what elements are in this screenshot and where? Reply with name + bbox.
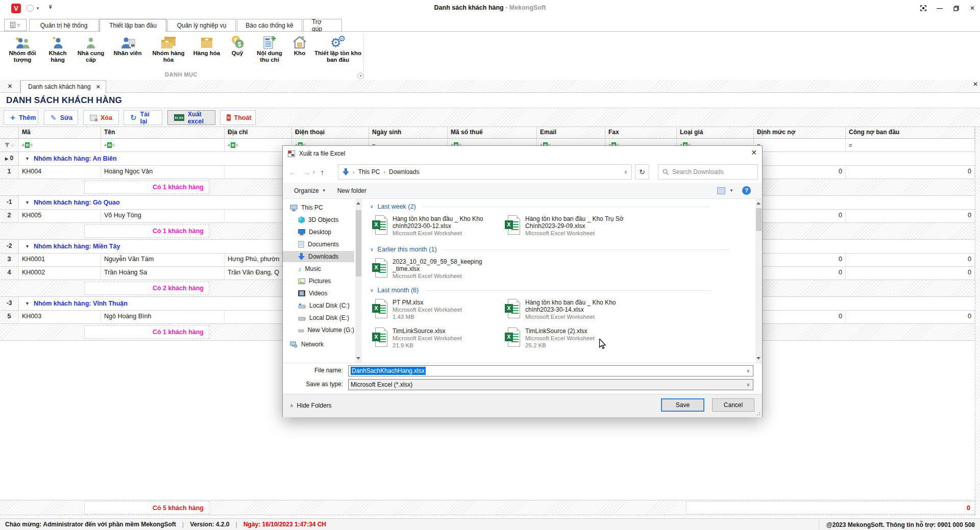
header-dinh-muc-no[interactable]: Định mức nợ [754, 127, 846, 139]
sidebar-item-documents[interactable]: Documents [283, 239, 354, 250]
file-item[interactable]: X Hàng tồn kho ban đầu _ Kho Kho chính20… [372, 215, 501, 237]
file-group-last-week[interactable]: ∨ Last week (2) [370, 203, 709, 210]
search-input[interactable] [672, 168, 744, 175]
sidebar-item-disk-c[interactable]: Local Disk (C:) [283, 300, 354, 311]
address-caret-icon[interactable]: ∨ [624, 169, 627, 174]
scrollbar-thumb[interactable] [756, 208, 762, 231]
file-item[interactable]: X TimLinkSource (2).xlsx Microsoft Excel… [505, 327, 633, 349]
them-button[interactable]: + Thêm [4, 110, 38, 125]
sua-button[interactable]: ✎ Sửa [44, 110, 78, 125]
sidebar-item-desktop[interactable]: Desktop [283, 226, 354, 238]
header-ma-so-thue[interactable]: Mã số thuế [448, 127, 537, 139]
file-item[interactable]: X TimLinkSource.xlsx Microsoft Excel Wor… [372, 327, 501, 349]
search-box[interactable] [658, 164, 758, 180]
breadcrumb-this-pc[interactable]: This PC [358, 168, 380, 175]
address-breadcrumb[interactable]: › This PC › Downloads ∨ [338, 164, 632, 180]
up-icon[interactable]: ↑ [321, 168, 325, 176]
filter-ma[interactable]: ABC [19, 139, 101, 152]
file-item[interactable]: X Hàng tồn kho ban đầu _ Kho Trụ Sở Chín… [505, 215, 633, 237]
scroll-up-icon[interactable] [356, 202, 360, 205]
ribbon-item-nha-cung-cap[interactable]: Nhà cung cấp [74, 33, 108, 69]
xoa-button[interactable]: Xóa [83, 110, 119, 125]
forward-icon[interactable]: → [303, 168, 310, 176]
save-as-type-select[interactable]: Microsoft Excel (*.xlsx) ∨ [348, 379, 753, 390]
filter-indicator-cell[interactable]: -: [0, 139, 19, 152]
file-group-last-month[interactable]: ∨ Last month (6) [370, 287, 712, 294]
header-ma[interactable]: Mã [19, 127, 101, 139]
sidebar-item-pictures[interactable]: Pictures [283, 275, 354, 287]
breadcrumb-downloads[interactable]: Downloads [389, 168, 419, 175]
file-list-scrollbar[interactable] [755, 199, 762, 363]
dialog-close-icon[interactable]: ✕ [751, 148, 757, 157]
tai-lai-button[interactable]: ↻ Tải lại [124, 110, 162, 125]
tabstrip-close-icon[interactable]: ✕ [0, 80, 20, 92]
filter-ten[interactable]: ABC [101, 139, 225, 152]
scrollbar-thumb[interactable] [356, 210, 361, 276]
tab-bao-cao-thong-ke[interactable]: Báo cáo thống kê [237, 19, 302, 32]
sidebar-item-volume-g[interactable]: New Volume (G:) [283, 324, 354, 336]
xuat-excel-button[interactable]: XLSX Xuất excel [167, 110, 215, 125]
combo-caret-icon[interactable]: ∨ [746, 382, 750, 387]
view-caret-icon[interactable]: ▼ [729, 188, 733, 193]
sidebar-item-downloads[interactable]: Downloads [283, 251, 354, 262]
ribbon-item-nhan-vien[interactable]: Nhân viên [108, 33, 147, 69]
restore-button[interactable] [951, 4, 961, 13]
tabstrip-right-close-icon[interactable]: ✕ [973, 81, 978, 88]
ribbon-item-noi-dung-thu-chi[interactable]: Nội dung thu chi [251, 33, 288, 69]
sidebar-item-disk-e[interactable]: Local Disk (E:) [283, 312, 354, 323]
scroll-up-icon[interactable] [756, 202, 761, 205]
resize-grip[interactable] [756, 412, 761, 416]
header-loai-gia[interactable]: Loại giá [677, 127, 754, 139]
organize-button[interactable]: Organize▼ [294, 187, 326, 194]
ribbon-menu-button[interactable]: ▽ [4, 19, 27, 31]
new-folder-button[interactable]: New folder [337, 187, 366, 194]
thoat-button[interactable]: ✕ Thoát [220, 110, 256, 125]
file-item[interactable]: X 2023_10_02_09_59_58_keeping_time.xlsx … [372, 258, 501, 280]
cancel-button[interactable]: Cancel [712, 398, 754, 412]
header-dia-chi[interactable]: Địa chỉ [225, 127, 292, 139]
tab-tro-giup[interactable]: Trợ gúp [303, 19, 342, 32]
tab-quan-ly-nghiep-vu[interactable]: Quản lý nghiệp vụ [167, 19, 236, 32]
ribbon-item-nhom-hang-hoa[interactable]: Nhóm hàng hóa [147, 33, 190, 69]
close-button[interactable]: ✕ [968, 4, 977, 13]
hide-folders-button[interactable]: ∧ Hide Folders [290, 402, 332, 409]
filter-dinh-muc-no[interactable]: = [754, 139, 846, 152]
minimize-button[interactable]: — [935, 4, 944, 13]
filter-cong-no[interactable]: = [846, 139, 975, 152]
ribbon-item-kho[interactable]: Kho [288, 33, 311, 69]
header-fax[interactable]: Fax [605, 127, 677, 139]
history-caret-icon[interactable]: ∨ [312, 170, 315, 174]
view-mode-icon[interactable] [717, 187, 725, 194]
tab-thiet-lap-ban-dau[interactable]: Thiết lập ban đầu [100, 19, 166, 32]
ribbon-item-khach-hang[interactable]: Khách hàng [42, 33, 74, 69]
ribbon-item-quy[interactable]: €$ Quỹ [224, 33, 251, 69]
sidebar-scrollbar[interactable] [355, 199, 362, 363]
header-ngay-sinh[interactable]: Ngày sinh [369, 127, 448, 139]
file-name-input[interactable]: DanhSachKhachHang.xlsx ∨ [348, 365, 753, 376]
file-item[interactable]: X PT PM.xlsx Microsoft Excel Worksheet 1… [372, 299, 501, 320]
tab-quan-tri-he-thong[interactable]: Quản trị hệ thống [29, 19, 99, 32]
document-tab-close-icon[interactable]: ✕ [96, 84, 101, 90]
save-button[interactable]: Save [661, 398, 704, 412]
scroll-down-icon[interactable] [756, 357, 761, 360]
help-icon[interactable]: ? [742, 186, 751, 195]
header-ten[interactable]: Tên [101, 127, 225, 139]
file-group-earlier-this-month[interactable]: ∨ Earlier this month (1) [370, 246, 730, 253]
back-icon[interactable]: ← [289, 168, 297, 176]
dialog-titlebar[interactable]: Xuất ra file Excel ✕ [283, 146, 762, 161]
ribbon-item-thiet-lap-ton-kho[interactable]: ⚙⚙ Thiết lập tồn kho ban đầu [311, 33, 364, 69]
fullscreen-button[interactable] [919, 4, 928, 13]
sidebar-item-network[interactable]: Network [283, 339, 354, 350]
combo-caret-icon[interactable]: ∨ [746, 368, 750, 373]
scroll-down-icon[interactable] [356, 357, 360, 360]
ribbon-item-hang-hoa[interactable]: Hàng hóa [190, 33, 224, 69]
refresh-button[interactable]: ↻ [635, 164, 649, 180]
header-cong-no[interactable]: Công nợ ban đầu [846, 127, 975, 139]
file-item[interactable]: X Hàng tồn kho ban đầu _ Kho Kho chính20… [505, 299, 633, 320]
sidebar-item-music[interactable]: ♪ Music [283, 263, 354, 274]
ribbon-item-nhom-doi-tuong[interactable]: Nhóm đối tượng [3, 33, 42, 69]
header-email[interactable]: Email [537, 127, 605, 139]
sidebar-item-3d-objects[interactable]: 3D Objects [283, 214, 354, 225]
document-tab-active[interactable]: Danh sách khách hàng ✕ [20, 80, 106, 93]
sidebar-item-videos[interactable]: Videos [283, 288, 354, 299]
